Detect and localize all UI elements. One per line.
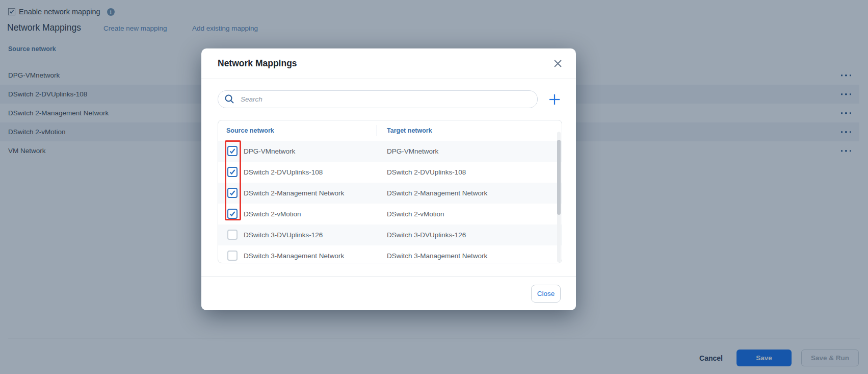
close-icon[interactable] bbox=[553, 59, 563, 69]
close-button[interactable]: Close bbox=[531, 285, 561, 303]
source-network-cell: DSwitch 3-Management Network bbox=[244, 245, 344, 263]
target-network-cell: DSwitch 3-DVUplinks-126 bbox=[387, 225, 466, 245]
search-input[interactable] bbox=[218, 90, 538, 108]
column-divider bbox=[377, 125, 377, 136]
search-box bbox=[218, 90, 538, 108]
mapping-row: DSwitch 2-Management Network DSwitch 2-M… bbox=[218, 183, 562, 204]
target-network-cell: DSwitch 2-vMotion bbox=[387, 204, 444, 225]
source-network-cell: DPG-VMnetwork bbox=[244, 141, 295, 162]
target-network-cell: DSwitch 2-Management Network bbox=[387, 183, 487, 204]
source-network-cell: DSwitch 2-Management Network bbox=[244, 183, 344, 204]
target-network-cell: DSwitch 3-Management Network bbox=[387, 245, 487, 263]
source-network-column-header: Source network bbox=[226, 127, 274, 134]
mapping-row: DSwitch 3-DVUplinks-126 DSwitch 3-DVUpli… bbox=[218, 225, 562, 245]
mappings-table: Source network Target network DPG-VMnetw… bbox=[218, 120, 562, 263]
row-checkbox[interactable] bbox=[227, 209, 238, 219]
mapping-row: DSwitch 3-Management Network DSwitch 3-M… bbox=[218, 245, 562, 263]
mapping-row: DSwitch 2-vMotion DSwitch 2-vMotion bbox=[218, 204, 562, 225]
mapping-row: DPG-VMnetwork DPG-VMnetwork bbox=[218, 141, 562, 162]
target-network-cell: DPG-VMnetwork bbox=[387, 141, 438, 162]
row-checkbox[interactable] bbox=[227, 167, 238, 177]
table-scrollbar-thumb[interactable] bbox=[557, 140, 561, 215]
row-checkbox[interactable] bbox=[227, 188, 238, 198]
row-checkbox[interactable] bbox=[227, 230, 238, 240]
target-network-column-header: Target network bbox=[387, 127, 432, 134]
network-mapping-page: Enable network mapping i Network Mapping… bbox=[0, 0, 868, 374]
source-network-cell: DSwitch 2-DVUplinks-108 bbox=[244, 162, 323, 183]
row-checkbox[interactable] bbox=[227, 251, 238, 261]
modal-header: Network Mappings bbox=[201, 48, 576, 79]
modal-toolbar bbox=[201, 79, 576, 108]
modal-footer: Close bbox=[201, 276, 576, 310]
source-network-cell: DSwitch 2-vMotion bbox=[244, 204, 301, 225]
mapping-row: DSwitch 2-DVUplinks-108 DSwitch 2-DVUpli… bbox=[218, 162, 562, 183]
network-mappings-modal: Network Mappings Source network Target n… bbox=[201, 48, 576, 310]
modal-title: Network Mappings bbox=[218, 58, 297, 69]
add-mapping-plus-icon[interactable] bbox=[549, 94, 560, 105]
row-checkbox[interactable] bbox=[227, 146, 238, 156]
source-network-cell: DSwitch 3-DVUplinks-126 bbox=[244, 225, 323, 245]
table-header-row: Source network Target network bbox=[218, 120, 562, 141]
search-icon bbox=[224, 94, 234, 106]
target-network-cell: DSwitch 2-DVUplinks-108 bbox=[387, 162, 466, 183]
